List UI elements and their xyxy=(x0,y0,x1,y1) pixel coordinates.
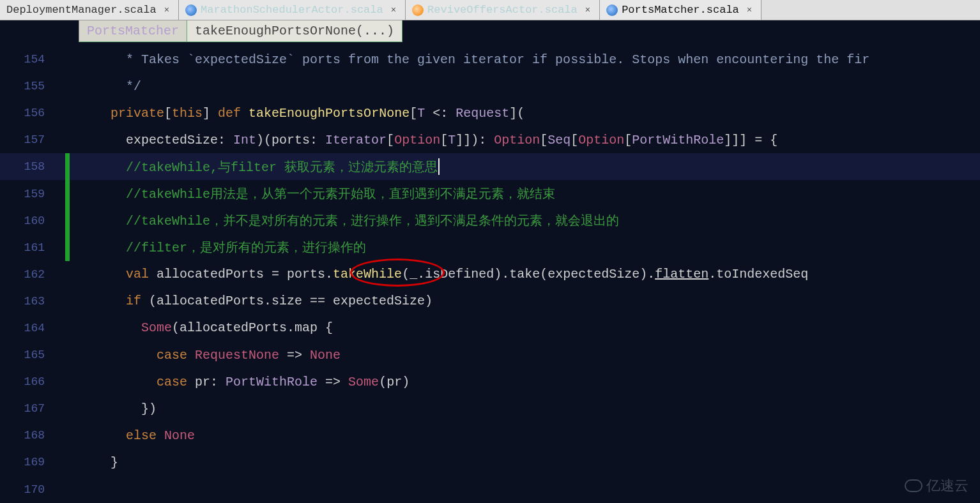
close-icon[interactable]: × xyxy=(585,5,590,15)
code-text: */ xyxy=(80,79,141,94)
tab-label: DeploymentManager.scala xyxy=(6,4,157,16)
scala-object-icon xyxy=(412,4,424,16)
line-number: 167 xyxy=(0,402,45,415)
code-line[interactable]: 163 if (allocatedPorts.size == expectedS… xyxy=(0,288,980,315)
tab-deploymentmanager[interactable]: DeploymentManager.scala × xyxy=(0,0,179,20)
tab-label: MarathonSchedulerActor.scala xyxy=(201,4,383,16)
code-line[interactable]: 161 //filter，是对所有的元素，进行操作的 xyxy=(0,234,980,261)
line-number: 168 xyxy=(0,429,45,442)
breadcrumb-class-label: PortsMatcher xyxy=(87,24,179,38)
line-number: 158 xyxy=(0,160,45,173)
scala-file-icon xyxy=(185,4,197,16)
breadcrumb: PortsMatcher takeEnoughPortsOrNone(...) xyxy=(0,20,980,46)
code-editor[interactable]: 154 * Takes `expectedSize` ports from th… xyxy=(0,46,980,503)
line-number: 169 xyxy=(0,456,45,469)
code-text: }) xyxy=(80,402,157,416)
vcs-change-marker xyxy=(65,153,70,180)
tab-bar: DeploymentManager.scala × MarathonSchedu… xyxy=(0,0,980,20)
vcs-change-marker xyxy=(65,234,70,261)
code-line[interactable]: 160 //takeWhile，并不是对所有的元素，进行操作，遇到不满足条件的元… xyxy=(0,207,980,234)
code-line[interactable]: 156 private[this] def takeEnoughPortsOrN… xyxy=(0,100,980,126)
line-number: 170 xyxy=(0,483,45,496)
line-number: 160 xyxy=(0,214,45,227)
code-text: //takeWhile,与filter 获取元素，过滤元素的意思 xyxy=(80,158,438,176)
tab-portsmatcher[interactable]: PortsMatcher.scala × xyxy=(600,0,762,20)
code-text: val allocatedPorts = ports.takeWhile(_.i… xyxy=(80,267,808,282)
text-cursor xyxy=(438,158,440,175)
code-line[interactable]: 165 case RequestNone => None xyxy=(0,342,980,368)
code-text: if (allocatedPorts.size == expectedSize) xyxy=(80,294,433,308)
watermark: 亿速云 xyxy=(905,476,969,495)
breadcrumb-method-label: takeEnoughPortsOrNone(...) xyxy=(195,24,394,38)
line-number: 154 xyxy=(0,53,45,66)
code-line[interactable]: 164 Some(allocatedPorts.map { xyxy=(0,315,980,342)
close-icon[interactable]: × xyxy=(747,5,752,15)
line-number: 159 xyxy=(0,188,45,200)
code-line[interactable]: 154 * Takes `expectedSize` ports from th… xyxy=(0,46,980,73)
code-line-current[interactable]: 158 //takeWhile,与filter 获取元素，过滤元素的意思 xyxy=(0,153,980,180)
code-line[interactable]: 169 } xyxy=(0,449,980,476)
line-number: 166 xyxy=(0,375,45,388)
vcs-change-marker xyxy=(65,207,70,234)
code-text: //takeWhile用法是，从第一个元素开始取，直到遇到不满足元素，就结束 xyxy=(80,185,555,202)
line-number: 165 xyxy=(0,349,45,361)
scala-file-icon xyxy=(606,4,618,16)
code-text: case RequestNone => None xyxy=(80,348,341,363)
code-text: } xyxy=(80,455,118,470)
code-line[interactable]: 168 else None xyxy=(0,422,980,449)
code-text: private[this] def takeEnoughPortsOrNone[… xyxy=(80,106,524,121)
code-text: else None xyxy=(80,428,195,443)
breadcrumb-method[interactable]: takeEnoughPortsOrNone(...) xyxy=(187,20,402,42)
breadcrumb-class[interactable]: PortsMatcher xyxy=(79,20,187,42)
line-number: 164 xyxy=(0,322,45,334)
code-line[interactable]: 166 case pr: PortWithRole => Some(pr) xyxy=(0,368,980,395)
line-number: 163 xyxy=(0,295,45,308)
code-text: expectedSize: Int)(ports: Iterator[Optio… xyxy=(80,133,777,147)
code-text: * Takes `expectedSize` ports from the gi… xyxy=(80,52,869,67)
vcs-change-marker xyxy=(65,180,70,207)
close-icon[interactable]: × xyxy=(164,5,169,15)
code-line[interactable]: 155 */ xyxy=(0,73,980,100)
tab-marathonscheduleractor[interactable]: MarathonSchedulerActor.scala × xyxy=(179,0,406,20)
code-line[interactable]: 159 //takeWhile用法是，从第一个元素开始取，直到遇到不满足元素，就… xyxy=(0,180,980,207)
line-number: 162 xyxy=(0,268,45,281)
line-number: 157 xyxy=(0,133,45,146)
watermark-text: 亿速云 xyxy=(926,476,969,495)
tab-reviveoffersactor[interactable]: ReviveOffersActor.scala × xyxy=(406,0,600,20)
code-line[interactable]: 167 }) xyxy=(0,395,980,422)
code-line[interactable]: 162 val allocatedPorts = ports.takeWhile… xyxy=(0,261,980,288)
tab-label: ReviveOffersActor.scala xyxy=(427,4,578,16)
code-line[interactable]: 170 xyxy=(0,476,980,503)
code-text: Some(allocatedPorts.map { xyxy=(80,320,333,335)
line-number: 156 xyxy=(0,107,45,119)
close-icon[interactable]: × xyxy=(391,5,396,15)
code-text: //takeWhile，并不是对所有的元素，进行操作，遇到不满足条件的元素，就会… xyxy=(80,212,619,229)
cloud-icon xyxy=(905,479,923,492)
line-number: 155 xyxy=(0,80,45,93)
code-text: //filter，是对所有的元素，进行操作的 xyxy=(80,239,366,256)
code-text: case pr: PortWithRole => Some(pr) xyxy=(80,375,410,389)
tab-label: PortsMatcher.scala xyxy=(622,4,739,16)
code-line[interactable]: 157 expectedSize: Int)(ports: Iterator[O… xyxy=(0,126,980,153)
line-number: 161 xyxy=(0,241,45,254)
